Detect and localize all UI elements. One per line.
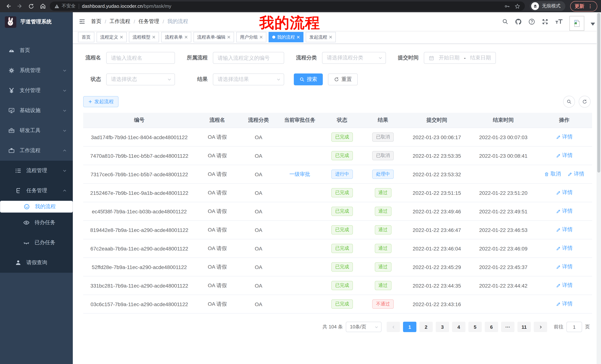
tab-start-process[interactable]: 发起流程 [306,32,336,42]
collapse-sidebar-icon[interactable] [79,18,85,25]
submit-time-range-picker[interactable]: 开始日期 - 结束日期 [424,52,496,64]
cancel-link[interactable]: 取消 [544,171,561,178]
status-select[interactable]: 请选择状态 [106,74,175,85]
show-search-button[interactable] [563,96,575,108]
divider [79,3,79,9]
edit-icon [556,265,561,269]
detail-link[interactable]: 详情 [556,227,573,233]
start-process-button[interactable]: 发起流程 [83,96,119,107]
browser-toolbar: 不安全 dashboard.yudao.iocoder.cn/bpm/task/… [0,0,601,12]
detail-link[interactable]: 详情 [556,152,573,159]
scrollbar-thumb[interactable] [597,13,600,172]
address-bar[interactable]: 不安全 dashboard.yudao.iocoder.cn/bpm/task/… [50,1,525,11]
help-icon[interactable] [528,18,535,25]
browser-update-button[interactable]: 更新 [570,1,597,11]
search-button[interactable]: 搜索 [294,74,323,85]
star-icon[interactable] [514,3,521,9]
breadcrumb-item[interactable]: 工作流程 [110,18,130,25]
prev-page-button[interactable] [387,322,400,332]
tab-process-form-edit[interactable]: 流程表单-编辑 [193,32,234,42]
process-name-input[interactable] [106,52,175,64]
goto-page-input[interactable] [566,322,582,332]
breadcrumb-item[interactable]: 首页 [91,18,101,25]
detail-link[interactable]: 详情 [556,189,573,196]
current-task-link[interactable]: 一级审批 [289,171,310,178]
list-tree-icon [15,167,21,174]
top-navbar: 首页 / 工作流程 / 任务管理 / 我的流程 [73,12,601,31]
page-button[interactable]: 3 [436,322,449,332]
close-icon[interactable] [227,36,230,38]
sidebar-item-home[interactable]: 首页 [0,40,73,60]
screen: 不安全 dashboard.yudao.iocoder.cn/bpm/task/… [0,0,601,364]
dashboard-icon [8,47,15,54]
calendar-icon [429,55,434,61]
github-icon[interactable] [515,18,522,25]
page-button[interactable]: 11 [517,322,531,332]
tab-home[interactable]: 首页 [78,32,94,42]
refresh-table-button[interactable] [579,96,591,108]
close-icon[interactable] [120,36,123,38]
font-size-icon[interactable] [555,18,563,25]
scrollbar[interactable] [597,12,601,364]
detail-link[interactable]: 详情 [568,171,584,178]
smile-face-icon [23,203,30,210]
close-icon[interactable] [297,36,300,38]
close-icon[interactable] [329,36,332,38]
detail-link[interactable]: 详情 [556,134,573,140]
close-icon[interactable] [152,36,155,38]
breadcrumb-item[interactable]: 任务管理 [139,18,159,25]
fullscreen-icon[interactable] [541,18,549,25]
filter-row-2: 状态 请选择状态 结果 请选择流结果 [83,74,592,85]
sidebar-item-done-tasks[interactable]: 已办任务 [0,233,73,253]
sidebar-item-infra[interactable]: 基础设施 [0,101,73,121]
sidebar-item-task-mgmt[interactable]: 任务管理 [0,181,73,201]
more-pages-button[interactable]: ··· [501,322,514,332]
close-icon[interactable] [185,36,188,38]
back-icon[interactable] [4,2,13,10]
process-definition-input[interactable] [213,52,284,64]
category-select[interactable]: 请选择流程分类 [322,52,386,64]
sidebar-item-workflow[interactable]: 工作流程 [0,141,73,161]
page-button[interactable]: 5 [468,322,482,332]
detail-link[interactable]: 详情 [556,208,573,215]
forward-icon[interactable] [15,2,24,10]
detail-link[interactable]: 详情 [556,264,573,270]
app-logo[interactable]: 芋道管理系统 [0,12,73,31]
tab-process-model[interactable]: 流程模型 [129,32,159,42]
detail-link[interactable]: 详情 [556,301,573,307]
edit-icon [556,246,561,251]
sidebar-item-system[interactable]: 系统管理 [0,60,73,80]
result-badge: 已取消 [372,133,394,142]
sidebar-item-process-mgmt[interactable]: 流程管理 [0,161,73,181]
broken-image-icon [573,19,581,28]
caret-down-icon[interactable] [591,23,595,26]
close-icon[interactable] [260,36,263,38]
page-size-select[interactable]: 10条/页 [346,322,381,332]
detail-link[interactable]: 详情 [556,282,573,289]
search-icon[interactable] [502,18,509,25]
security-badge[interactable]: 不安全 [54,3,76,9]
page-button[interactable]: 6 [485,322,498,332]
home-icon[interactable] [38,2,47,10]
tab-process-definition[interactable]: 流程定义 [97,32,127,42]
result-select[interactable]: 请选择流结果 [213,74,284,85]
reset-button[interactable]: 重置 [328,74,358,85]
tab-my-process[interactable]: 我的流程 [269,32,303,42]
sidebar-item-devtools[interactable]: 研发工具 [0,121,73,141]
key-icon[interactable] [504,3,510,9]
reload-icon[interactable] [27,2,36,10]
avatar[interactable] [570,16,584,31]
page-content: 流程名 所属流程 流程分类 请选择流程分类 [73,44,601,364]
page-button[interactable]: 4 [452,322,465,332]
tab-process-form[interactable]: 流程表单 [161,32,191,42]
sidebar-item-leave-query[interactable]: 请假查询 [0,253,73,273]
sidebar-item-todo-tasks[interactable]: 待办任务 [0,213,73,233]
col-header: 结束时间 [470,113,536,128]
sidebar-item-payment[interactable]: 支付管理 [0,80,73,101]
sidebar-item-my-process[interactable]: 我的流程 [0,201,73,213]
page-button[interactable]: 2 [419,322,433,332]
page-button[interactable]: 1 [403,322,416,332]
detail-link[interactable]: 详情 [556,245,573,252]
tab-user-group[interactable]: 用户分组 [236,32,266,42]
next-page-button[interactable] [534,322,547,332]
